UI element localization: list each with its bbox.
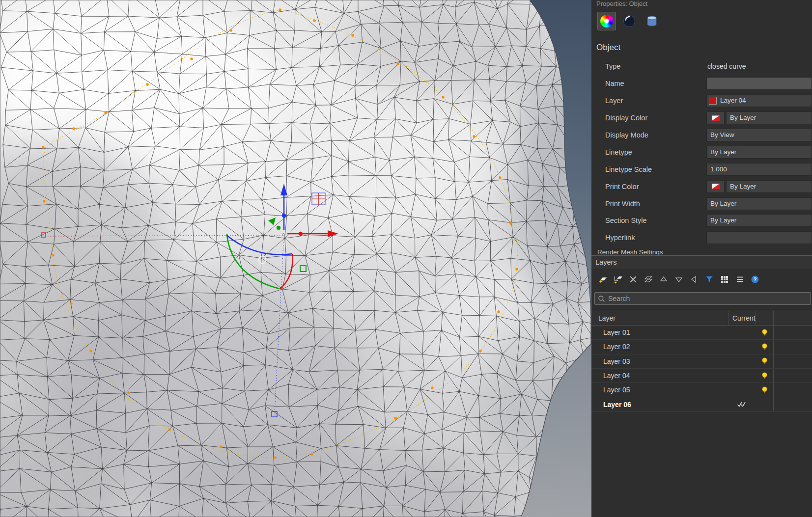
- layer-current-cell[interactable]: [728, 340, 756, 354]
- control-point[interactable]: [190, 57, 193, 60]
- control-point[interactable]: [127, 391, 130, 394]
- clipped-section-label: Render Mesh Settings: [591, 248, 812, 255]
- layer-current-cell[interactable]: [728, 369, 756, 382]
- control-point[interactable]: [168, 428, 170, 431]
- filter-button[interactable]: [704, 274, 715, 285]
- control-point[interactable]: [509, 222, 512, 224]
- tab-object-properties[interactable]: [597, 12, 616, 30]
- prop-label-layer: Layer: [591, 97, 706, 105]
- control-point[interactable]: [274, 456, 276, 459]
- layer-visibility-cell[interactable]: [756, 383, 773, 397]
- control-point[interactable]: [42, 146, 44, 148]
- layer-visibility-cell[interactable]: [756, 340, 773, 354]
- delete-layer-button[interactable]: [628, 274, 639, 285]
- tab-geometry[interactable]: [643, 12, 661, 30]
- layer-name[interactable]: Layer 03: [591, 357, 728, 365]
- control-point[interactable]: [396, 62, 399, 65]
- control-point[interactable]: [394, 417, 396, 419]
- display-mode-dropdown[interactable]: By View: [706, 129, 812, 141]
- move-down-icon: [674, 274, 684, 284]
- control-point[interactable]: [89, 350, 92, 352]
- control-point[interactable]: [515, 268, 518, 270]
- prop-label-linetype-scale: Linetype Scale: [591, 165, 706, 173]
- layer-visibility-cell[interactable]: [756, 397, 773, 411]
- layer-color-swatch: [709, 97, 717, 105]
- layer-search-input[interactable]: Search: [594, 292, 811, 305]
- layer-name[interactable]: Layer 02: [591, 343, 728, 351]
- menu-button[interactable]: [734, 274, 745, 285]
- layer-row-layer-02[interactable]: Layer 02: [591, 340, 812, 354]
- layers-toolbar: ?: [591, 269, 812, 290]
- gumball-x-scale-handle[interactable]: [299, 232, 303, 236]
- layer-name[interactable]: Layer 06: [591, 401, 728, 408]
- layer-name[interactable]: Layer 01: [591, 328, 728, 336]
- help-button[interactable]: ?: [750, 274, 760, 285]
- column-header-layer[interactable]: Layer: [591, 314, 728, 322]
- hyperlink-input[interactable]: [706, 231, 812, 244]
- layer-tools-button[interactable]: [643, 274, 654, 285]
- move-up-button[interactable]: [658, 274, 669, 285]
- layer-current-cell[interactable]: [728, 383, 756, 397]
- control-point[interactable]: [313, 19, 315, 22]
- print-width-dropdown[interactable]: By Layer: [706, 197, 812, 210]
- layer-row-layer-04[interactable]: Layer 04: [591, 369, 812, 383]
- control-point[interactable]: [220, 445, 222, 448]
- new-layer-button[interactable]: [597, 274, 608, 285]
- move-down-button[interactable]: [673, 274, 684, 285]
- viewport-3d[interactable]: [0, 0, 591, 517]
- control-point[interactable]: [70, 302, 72, 304]
- prop-row-print-width: Print WidthBy Layer: [591, 195, 812, 212]
- control-point[interactable]: [442, 96, 444, 98]
- control-point[interactable]: [43, 200, 45, 202]
- gumball-y-scale-handle[interactable]: [277, 226, 280, 230]
- control-point[interactable]: [431, 386, 433, 389]
- control-point[interactable]: [104, 111, 107, 114]
- column-header-on[interactable]: [756, 311, 773, 325]
- control-point[interactable]: [229, 29, 232, 31]
- print-color-dropdown[interactable]: By Layer: [726, 180, 812, 193]
- layer-name[interactable]: Layer 05: [591, 386, 728, 394]
- layer-visibility-cell[interactable]: [756, 326, 773, 339]
- control-point[interactable]: [310, 453, 313, 455]
- layer-current-cell[interactable]: [728, 354, 756, 368]
- filter-icon: [704, 274, 714, 284]
- viewport-canvas[interactable]: [0, 0, 591, 517]
- lightbulb-icon: [761, 372, 768, 380]
- layer-dropdown[interactable]: Layer 04: [706, 94, 812, 107]
- layer-row-layer-05[interactable]: Layer 05: [591, 383, 812, 397]
- name-input[interactable]: [706, 77, 812, 90]
- display-color-dropdown[interactable]: By Layer: [726, 111, 812, 124]
- control-point[interactable]: [279, 8, 281, 11]
- layer-row-layer-03[interactable]: Layer 03: [591, 354, 812, 369]
- control-point[interactable]: [52, 254, 54, 256]
- new-sublayer-button[interactable]: [613, 274, 623, 285]
- columns-button[interactable]: [719, 274, 730, 285]
- layer-row-layer-06[interactable]: Layer 06: [591, 397, 812, 411]
- gumball-origin[interactable]: [282, 234, 285, 236]
- control-point[interactable]: [146, 83, 148, 85]
- control-point[interactable]: [479, 350, 481, 352]
- object-properties-grid: Typeclosed curveNameLayerLayer 04Display…: [591, 58, 812, 246]
- section-style-dropdown[interactable]: By Layer: [706, 214, 812, 227]
- column-header-current[interactable]: Current: [728, 311, 756, 325]
- gumball-z-scale-handle[interactable]: [282, 214, 286, 218]
- layer-visibility-cell[interactable]: [756, 369, 773, 382]
- layer-current-cell[interactable]: [728, 326, 756, 339]
- prop-value-layer: Layer 04: [706, 94, 812, 107]
- layer-visibility-cell[interactable]: [756, 354, 773, 368]
- layer-row-rest: [773, 340, 812, 354]
- control-point[interactable]: [72, 127, 75, 130]
- display-color-swatch-button[interactable]: [706, 111, 725, 124]
- tab-material[interactable]: [620, 12, 639, 30]
- control-point[interactable]: [499, 176, 501, 179]
- layer-name[interactable]: Layer 04: [591, 372, 728, 380]
- control-point[interactable]: [351, 34, 354, 36]
- linetype-scale-input[interactable]: 1.000: [706, 163, 812, 176]
- layer-row-layer-01[interactable]: Layer 01: [591, 326, 812, 340]
- linetype-dropdown[interactable]: By Layer: [706, 146, 812, 159]
- control-point[interactable]: [497, 310, 500, 313]
- control-point[interactable]: [473, 135, 475, 137]
- print-color-swatch-button[interactable]: [706, 180, 725, 193]
- layer-current-cell[interactable]: [728, 397, 756, 411]
- move-left-button[interactable]: [689, 274, 700, 285]
